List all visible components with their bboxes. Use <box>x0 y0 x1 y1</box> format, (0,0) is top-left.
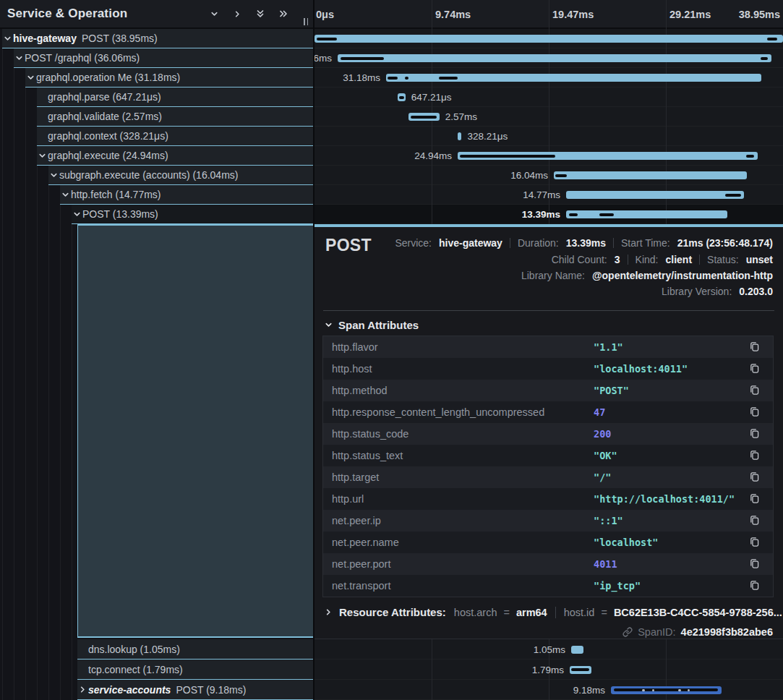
attribute-row: net.peer.name"localhost" <box>323 532 773 553</box>
span-row-graphql-parse[interactable]: graphql.parse (647.21μs) <box>0 88 313 107</box>
operation-label: graphql.validate (2.57ms) <box>48 111 162 122</box>
copy-icon[interactable] <box>748 427 761 440</box>
bar-event-dot <box>642 689 645 691</box>
chevron-down-icon[interactable] <box>14 54 25 63</box>
detail-divider <box>323 310 774 311</box>
span-duration-label: 1.79ms <box>532 660 564 680</box>
copy-icon[interactable] <box>748 362 761 375</box>
span-duration-bar[interactable] <box>386 74 761 82</box>
timeline-row: 647.21μs <box>315 88 783 107</box>
attribute-value: 200 <box>594 428 611 440</box>
span-duration-bar[interactable] <box>566 210 727 218</box>
span-duration-label: 24.94ms <box>414 146 452 166</box>
tree-header-actions <box>207 7 290 20</box>
copy-icon[interactable] <box>748 514 761 527</box>
double-chevron-down-icon[interactable] <box>254 7 267 20</box>
operation-label: POST (9.18ms) <box>176 684 246 696</box>
timeline-row: 31.18ms <box>315 68 783 88</box>
resource-attributes-row[interactable]: Resource Attributes: host.arch=arm64host… <box>325 606 782 618</box>
span-duration-bar[interactable] <box>566 191 744 199</box>
timeline-row: 13.39ms <box>315 205 783 224</box>
span-row-graphql-validate[interactable]: graphql.validate (2.57ms) <box>0 107 313 127</box>
span-duration-label: 328.21μs <box>467 127 508 146</box>
span-duration-bar[interactable] <box>570 666 591 674</box>
chevron-down-icon[interactable] <box>48 171 59 180</box>
chevron-down-icon[interactable] <box>60 190 71 200</box>
meta-key: Library Version: <box>662 286 732 297</box>
span-row-subgraph-execute-accounts[interactable]: subgraph.execute (accounts) (16.04ms) <box>0 166 313 185</box>
span-name-label: graphql.operation Me (31.18ms) <box>36 72 180 83</box>
copy-icon[interactable] <box>748 558 761 571</box>
attribute-key: http.status_text <box>323 450 403 461</box>
meta-separator <box>613 238 614 248</box>
span-duration-label: 36.06ms <box>315 48 332 68</box>
span-row-graphql-execute[interactable]: graphql.execute (24.94ms) <box>0 146 313 166</box>
span-row-hive-gateway-post[interactable]: hive-gatewayPOST (38.95ms) <box>0 29 313 48</box>
span-duration-bar[interactable] <box>571 646 583 654</box>
attribute-value: 47 <box>594 406 605 418</box>
meta-value: hive-gateway <box>439 237 502 249</box>
span-row-post-selected[interactable]: POST (13.39ms) <box>0 205 313 224</box>
span-detail-title: POST <box>325 236 372 255</box>
chevron-down-icon[interactable] <box>72 210 82 219</box>
span-duration-bar[interactable] <box>611 686 722 694</box>
tree-header-title: Service & Operation <box>7 7 127 21</box>
copy-icon[interactable] <box>748 384 761 397</box>
chevron-down-icon <box>325 321 333 329</box>
span-row-graphql-operation-me[interactable]: graphql.operation Me (31.18ms) <box>0 68 313 88</box>
chevron-down-icon[interactable] <box>37 151 48 161</box>
chevron-down-icon[interactable] <box>25 73 36 82</box>
bar-child-notch <box>439 77 458 80</box>
chevron-right-icon[interactable] <box>231 7 244 20</box>
copy-icon[interactable] <box>748 406 761 419</box>
detail-meta-line: Library Name:@opentelemetry/instrumentat… <box>521 269 773 282</box>
chevron-down-icon[interactable] <box>2 34 13 43</box>
link-icon[interactable] <box>622 627 633 637</box>
copy-icon[interactable] <box>748 341 761 354</box>
span-attributes-header[interactable]: Span Attributes <box>325 319 419 331</box>
span-row-post-graphql[interactable]: POST /graphql (36.06ms) <box>0 48 313 68</box>
span-row-service-accounts-post[interactable]: service-accountsPOST (9.18ms) <box>0 680 313 700</box>
span-name-label: http.fetch (14.77ms) <box>71 189 161 200</box>
bar-child-notch <box>405 77 408 80</box>
bar-child-notch <box>399 96 404 99</box>
column-resize-handle[interactable] <box>304 18 308 25</box>
resource-attributes-title: Resource Attributes: <box>339 606 446 618</box>
span-duration-bar[interactable] <box>554 171 747 179</box>
bar-child-notch <box>599 213 614 216</box>
attribute-value: "1.1" <box>594 341 623 353</box>
span-duration-bar[interactable] <box>338 54 771 62</box>
double-chevron-right-icon[interactable] <box>277 7 290 20</box>
chevron-down-icon[interactable] <box>207 7 221 20</box>
detail-meta-line: Service:hive-gatewayDuration:13.39msStar… <box>395 236 773 249</box>
attribute-value: "OK" <box>594 450 617 461</box>
tree-header: Service & Operation <box>0 0 313 29</box>
span-row-tcp-connect[interactable]: tcp.connect (1.79ms) <box>0 660 313 680</box>
copy-icon[interactable] <box>748 492 761 505</box>
span-row-graphql-context[interactable]: graphql.context (328.21μs) <box>0 127 313 146</box>
attribute-row: http.url"http://localhost:4011/" <box>323 488 773 510</box>
span-duration-bar[interactable] <box>458 152 758 160</box>
span-row-dns-lookup[interactable]: dns.lookup (1.05ms) <box>0 639 313 660</box>
span-duration-bar[interactable] <box>458 132 461 140</box>
copy-icon[interactable] <box>748 449 761 462</box>
span-duration-label: 2.57ms <box>445 107 477 127</box>
bar-child-notch <box>460 155 555 158</box>
span-duration-bar[interactable] <box>398 93 406 101</box>
copy-icon[interactable] <box>748 536 761 549</box>
detail-meta-line: Child Count:3Kind:clientStatus:unset <box>552 253 773 266</box>
meta-key: Duration: <box>518 237 559 249</box>
copy-icon[interactable] <box>748 471 761 484</box>
span-duration-bar[interactable] <box>315 35 783 43</box>
meta-separator <box>510 238 510 248</box>
attribute-value: "http://localhost:4011/" <box>594 493 735 505</box>
copy-icon[interactable] <box>748 579 761 592</box>
span-duration-bar[interactable] <box>408 113 440 121</box>
operation-label: POST (38.95ms) <box>82 33 158 44</box>
attribute-row: net.transport"ip_tcp" <box>323 575 773 597</box>
meta-key: Start Time: <box>621 237 670 249</box>
span-row-http-fetch[interactable]: http.fetch (14.77ms) <box>0 185 313 205</box>
meta-separator <box>628 255 628 265</box>
chevron-right-icon[interactable] <box>77 685 88 694</box>
span-duration-label: 647.21μs <box>411 88 452 107</box>
